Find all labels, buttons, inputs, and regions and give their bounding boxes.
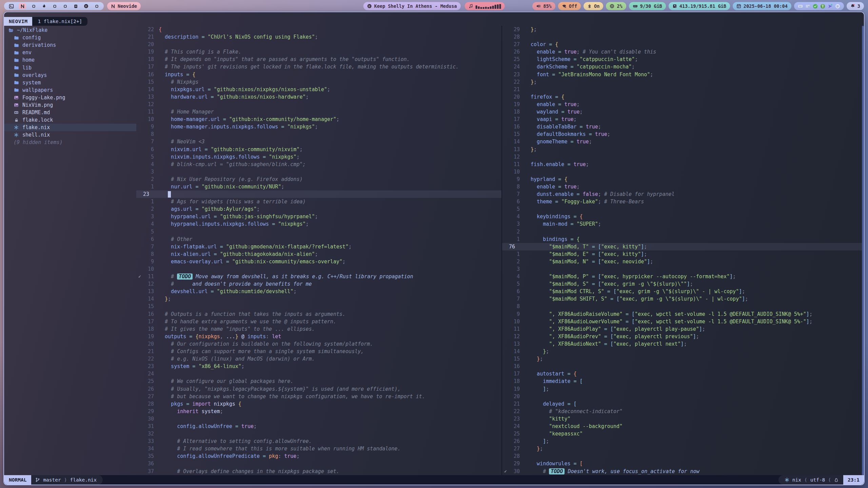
tree-item-system[interactable]: system bbox=[4, 79, 136, 86]
workspace-3[interactable] bbox=[31, 3, 37, 9]
line-number: 18 bbox=[143, 325, 154, 333]
line-number: 17 bbox=[509, 116, 520, 123]
line-number: 4 bbox=[143, 161, 154, 168]
tree-item-lib[interactable]: lib bbox=[4, 64, 136, 71]
code-line: 6 "$mainMod CTRL, S" = ["exec, grim -g \… bbox=[502, 288, 862, 295]
line-number: 8 bbox=[143, 250, 154, 258]
tree-item-flake-lock[interactable]: flake.lock bbox=[4, 116, 136, 124]
workspace-6[interactable] bbox=[62, 3, 68, 9]
tree-item-label: NixVim.png bbox=[22, 102, 53, 108]
clock-chip[interactable]: 2025-06-18 00:04 bbox=[733, 2, 791, 10]
neovide-icon bbox=[20, 4, 25, 8]
code-line: 16 disableTabBar = true; bbox=[502, 123, 862, 130]
separator: ( bbox=[804, 477, 807, 483]
line-number: 33 bbox=[143, 438, 154, 445]
code-line: 19 ]; bbox=[502, 385, 862, 393]
volume-chip[interactable]: 85% bbox=[532, 2, 555, 10]
code-line: 6 theme = "Foggy-Lake"; # Three-Bears bbox=[502, 198, 862, 205]
line-number: 7 bbox=[143, 243, 154, 250]
line-number: 34 bbox=[143, 445, 154, 452]
code-line: 18 # It depends on "inputs" that are pas… bbox=[136, 56, 501, 63]
line-number: 28 bbox=[509, 452, 520, 460]
tree-item-env[interactable]: env bbox=[4, 49, 136, 56]
music-chip[interactable]: Keep Shelly In Athens - Medusa bbox=[363, 2, 461, 10]
file-tree[interactable]: ~/NixFlakeconfigderivationsenvhomelibove… bbox=[4, 26, 136, 475]
ram-chip[interactable]: 9/30 GiB bbox=[629, 2, 666, 10]
tree-item-wallpapers[interactable]: wallpapers bbox=[4, 86, 136, 94]
line-number: 2 bbox=[509, 228, 520, 236]
code-line: 12 bbox=[136, 101, 501, 108]
window-title-chip[interactable]: Neovide bbox=[107, 2, 141, 10]
code-line: 2 # Nix User Repository (e.g. Firefox ad… bbox=[136, 176, 501, 183]
ram-icon bbox=[633, 4, 638, 9]
tree-item-readme-md[interactable]: README.md bbox=[4, 109, 136, 116]
workspace-7[interactable] bbox=[73, 3, 79, 9]
code-line-current: 23 bbox=[136, 190, 501, 198]
line-number: 29 bbox=[509, 460, 520, 467]
tab-flake-nix[interactable]: 1 flake.nix[2+] bbox=[32, 17, 87, 26]
tree-item-label: overlays bbox=[22, 72, 47, 78]
cava-bar bbox=[487, 7, 489, 9]
bluetooth-chip[interactable]: On bbox=[584, 2, 603, 10]
tree-item-shell-nix[interactable]: shell.nix bbox=[4, 131, 136, 139]
tree-item-config[interactable]: config bbox=[4, 34, 136, 41]
code-line: 5 nixvim.inputs.nixpkgs.follows = "nixpk… bbox=[136, 153, 501, 161]
tree-item--nixflake[interactable]: ~/NixFlake bbox=[4, 26, 136, 34]
tree-item-nixvim-png[interactable]: NixVim.png bbox=[4, 101, 136, 109]
cava-bar bbox=[475, 5, 477, 9]
editor-right-pane[interactable]: 29 };2827 color = {26 enable = true; # Y… bbox=[502, 26, 862, 475]
notifications-chip[interactable]: 3 bbox=[847, 2, 864, 10]
workspace-1[interactable] bbox=[8, 3, 14, 9]
encoding: utf-8 bbox=[810, 477, 825, 483]
editor-left-pane[interactable]: 22{21 description = "ChUrl's NixOS confi… bbox=[136, 26, 501, 475]
code-line: 14 }; bbox=[502, 348, 862, 355]
line-number: 19 bbox=[509, 385, 520, 393]
line-number: 13 bbox=[143, 288, 154, 295]
cpu-chip[interactable]: 2% bbox=[606, 2, 626, 10]
code-line: 37 # Overlays define changes in the nixp… bbox=[136, 468, 501, 475]
scrollbar[interactable] bbox=[862, 26, 864, 475]
code-line: 24 bbox=[136, 370, 501, 378]
system-tray[interactable] bbox=[794, 2, 844, 10]
code-line: 21 description = "ChUrl's NixOS config u… bbox=[136, 33, 501, 41]
screenshot-icon bbox=[805, 4, 810, 9]
code-line: 13 devshell.url = "github:numtide/devshe… bbox=[136, 288, 501, 295]
code-line: 30 bbox=[136, 415, 501, 423]
tree-item-home[interactable]: home bbox=[4, 56, 136, 64]
line-number: 14 bbox=[143, 295, 154, 303]
line-number: 15 bbox=[143, 78, 154, 86]
tree-item-foggy-lake-png[interactable]: Foggy-Lake.png bbox=[4, 94, 136, 101]
code-line: 27 }; bbox=[502, 445, 862, 452]
line-number: 25 bbox=[509, 56, 520, 63]
tree-item-derivations[interactable]: derivations bbox=[4, 41, 136, 49]
workspace-2-active[interactable] bbox=[19, 3, 26, 9]
code-line: 16 # Outputs is a function that takes th… bbox=[136, 310, 501, 318]
workspace-empty-icon bbox=[53, 4, 57, 8]
line-number: 25 bbox=[143, 378, 154, 385]
code-line: 7 "$mainMod SHIFT, S" = ["exec, grim -g … bbox=[502, 295, 862, 303]
code-line: 28 pkgs = import nixpkgs { bbox=[136, 400, 501, 408]
code-line: 29 }; bbox=[502, 26, 862, 33]
cava-bar bbox=[485, 7, 487, 9]
code-line: 15 # Nixpkgs bbox=[136, 78, 501, 86]
workspace-8[interactable] bbox=[83, 3, 89, 9]
folder-icon bbox=[14, 73, 19, 78]
current-file: flake.nix bbox=[70, 477, 97, 483]
folder-icon bbox=[14, 80, 19, 85]
music-note-icon bbox=[468, 4, 473, 8]
tree-item-overlays[interactable]: overlays bbox=[4, 72, 136, 79]
line-number: 28 bbox=[509, 33, 520, 41]
line-number: 15 bbox=[143, 303, 154, 310]
network-chip[interactable]: Off bbox=[558, 2, 581, 10]
code-line: 1 "$mainMod, E" = ["exec, kitty"]; bbox=[502, 250, 862, 258]
image-icon bbox=[14, 95, 19, 100]
line-number: 24 bbox=[143, 370, 154, 378]
workspace-4[interactable] bbox=[41, 3, 47, 9]
line-number: 10 bbox=[509, 168, 520, 176]
disk-chip[interactable]: 413.19/915.81 GiB bbox=[669, 2, 730, 10]
code-line: 15 bbox=[136, 303, 501, 310]
line-number: 6 bbox=[509, 288, 520, 295]
workspace-9[interactable] bbox=[94, 3, 100, 9]
workspace-5[interactable] bbox=[52, 3, 58, 9]
tree-item-flake-nix[interactable]: flake.nix bbox=[4, 124, 136, 131]
